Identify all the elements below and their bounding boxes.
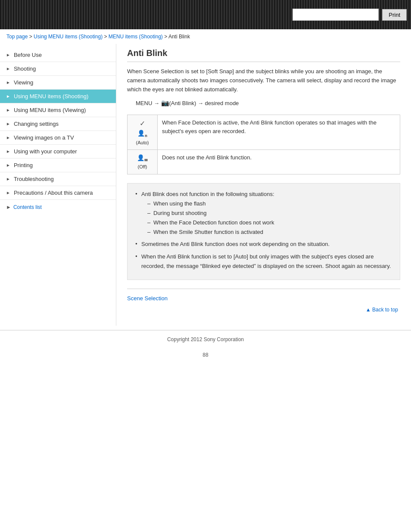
breadcrumb: Top page > Using MENU items (Shooting) >…	[0, 29, 411, 44]
search-input[interactable]	[293, 9, 379, 21]
intro-text: When Scene Selection is set to [Soft Sna…	[127, 67, 400, 94]
sidebar-item-troubleshooting[interactable]: ► Troubleshooting	[0, 172, 116, 186]
arrow-right-icon: ►	[6, 204, 11, 210]
arrow-icon: ►	[6, 94, 10, 99]
description-cell-off: Does not use the Anti Blink function.	[158, 150, 400, 174]
options-table: ✓ 👤n (Auto) When Face Detection is activ…	[127, 115, 400, 174]
sidebar-item-viewing[interactable]: ► Viewing	[0, 76, 116, 90]
arrow-icon: ►	[6, 163, 10, 168]
icon-label-off: (Off)	[132, 163, 153, 171]
note-item: Sometimes the Anti Blink function does n…	[135, 240, 392, 249]
table-row: 👤✉ (Off) Does not use the Anti Blink fun…	[128, 150, 400, 174]
face-icon-off: 👤✉	[132, 153, 153, 163]
note-sub-item: When the Smile Shutter function is activ…	[147, 227, 392, 237]
sidebar-item-label: Using MENU items (Shooting)	[14, 93, 88, 100]
sidebar-item-label: Viewing	[14, 79, 33, 86]
note-item: When the Anti Blink function is set to […	[135, 252, 392, 271]
icon-label-auto: (Auto)	[132, 139, 153, 146]
divider	[127, 289, 400, 289]
page-title: Anti Blink	[127, 48, 400, 62]
arrow-icon: ►	[6, 53, 10, 57]
sidebar-item-using-computer[interactable]: ► Using with your computer	[0, 145, 116, 159]
back-to-top[interactable]: Back to top	[127, 307, 400, 313]
menu-path: MENU → 📷(Anti Blink) → desired mode	[136, 99, 400, 107]
arrow-icon: ►	[6, 80, 10, 85]
sidebar-item-using-menu-viewing[interactable]: ► Using MENU items (Viewing)	[0, 103, 116, 117]
main-layout: ► Before Use ► Shooting ► Viewing ► Usin…	[0, 44, 411, 326]
breadcrumb-menu-items-shooting[interactable]: MENU items (Shooting)	[109, 34, 163, 40]
table-row: ✓ 👤n (Auto) When Face Detection is activ…	[128, 115, 400, 150]
sidebar-item-label: Viewing images on a TV	[14, 134, 74, 141]
sidebar-item-using-menu-shooting[interactable]: ► Using MENU items (Shooting)	[0, 90, 116, 103]
sidebar-item-printing[interactable]: ► Printing	[0, 159, 116, 172]
arrow-icon: ►	[6, 121, 10, 126]
arrow-icon: ►	[6, 177, 10, 181]
sidebar-item-viewing-tv[interactable]: ► Viewing images on a TV	[0, 131, 116, 145]
breadcrumb-top[interactable]: Top page	[6, 34, 28, 40]
sidebar-item-label: Printing	[14, 162, 33, 168]
note-sub-item: When using the flash	[147, 199, 392, 208]
arrow-icon: ►	[6, 149, 10, 154]
sidebar-item-label: Changing settings	[14, 121, 59, 127]
sidebar-item-label: Before Use	[14, 52, 42, 58]
copyright-text: Copyright 2012 Sony Corporation	[167, 336, 244, 342]
sidebar-item-shooting[interactable]: ► Shooting	[0, 62, 116, 76]
note-item: Anti Blink does not function in the foll…	[135, 190, 392, 237]
back-to-top-label: Back to top	[372, 307, 398, 313]
footer: Copyright 2012 Sony Corporation	[0, 330, 411, 348]
sidebar-item-changing-settings[interactable]: ► Changing settings	[0, 117, 116, 131]
sidebar-item-label: Troubleshooting	[14, 176, 54, 182]
contents-list-label: Contents list	[13, 204, 42, 210]
notes-box: Anti Blink does not function in the foll…	[127, 183, 400, 280]
sidebar-item-label: Using MENU items (Viewing)	[14, 107, 86, 113]
breadcrumb-using-menu-shooting[interactable]: Using MENU items (Shooting)	[34, 34, 103, 40]
sidebar-item-precautions[interactable]: ► Precautions / About this camera	[0, 186, 116, 200]
content-area: Anti Blink When Scene Selection is set t…	[116, 44, 411, 326]
icon-cell-auto: ✓ 👤n (Auto)	[128, 115, 158, 150]
notes-list: Anti Blink does not function in the foll…	[135, 190, 392, 271]
description-cell-auto: When Face Detection is active, the Anti …	[158, 115, 400, 150]
page-number: 88	[0, 348, 411, 361]
header: Print	[0, 0, 411, 29]
sidebar-item-label: Using with your computer	[14, 148, 77, 155]
arrow-icon: ►	[6, 135, 10, 140]
check-mark: ✓	[132, 118, 153, 129]
arrow-icon: ►	[6, 66, 10, 71]
menu-icon: 📷	[161, 99, 169, 106]
sidebar-item-label: Shooting	[14, 65, 36, 72]
face-icon-auto: 👤n	[132, 129, 153, 139]
sidebar: ► Before Use ► Shooting ► Viewing ► Usin…	[0, 44, 116, 326]
note-sub-item: When the Face Detection function does no…	[147, 218, 392, 227]
sidebar-item-label: Precautions / About this camera	[14, 190, 93, 196]
print-button[interactable]: Print	[382, 9, 407, 21]
contents-list-link[interactable]: ► Contents list	[0, 200, 116, 215]
arrow-icon: ►	[6, 108, 10, 112]
note-text: Anti Blink does not function in the foll…	[141, 191, 274, 197]
icon-cell-off: 👤✉ (Off)	[128, 150, 158, 174]
note-sub-item: During burst shooting	[147, 208, 392, 218]
arrow-icon: ►	[6, 190, 10, 195]
breadcrumb-current: Anti Blink	[168, 34, 190, 40]
sidebar-item-before-use[interactable]: ► Before Use	[0, 48, 116, 62]
note-sub-list: When using the flash During burst shooti…	[141, 199, 392, 237]
scene-selection-link[interactable]: Scene Selection	[127, 295, 400, 302]
